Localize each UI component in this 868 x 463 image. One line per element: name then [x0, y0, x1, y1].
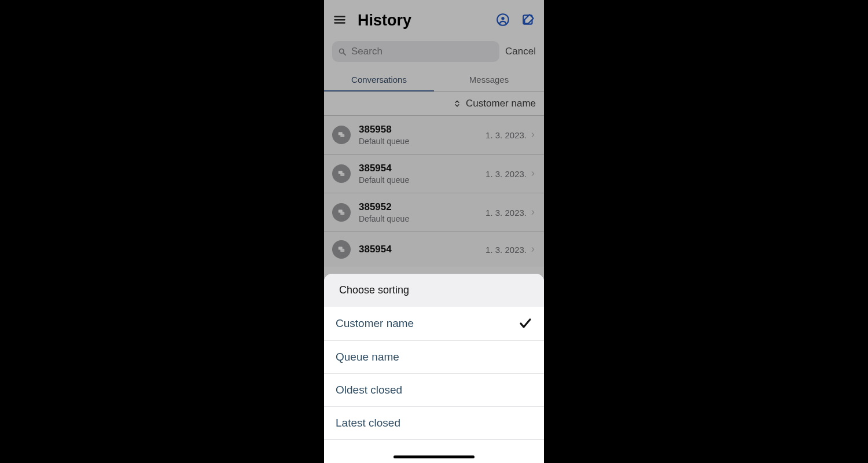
sort-option-latest-closed[interactable]: Latest closed: [324, 406, 544, 440]
sort-option-queue-name[interactable]: Queue name: [324, 340, 544, 373]
check-icon: [518, 317, 532, 330]
phone-screen: History Search Cancel Conv: [324, 0, 544, 463]
conversation-row[interactable]: 385954 1. 3. 2023.: [324, 232, 544, 267]
conversation-avatar: [332, 240, 351, 259]
conversation-row[interactable]: 385952 Default queue 1. 3. 2023.: [324, 193, 544, 232]
tabs: Conversations Messages: [324, 69, 544, 92]
search-row: Search Cancel: [324, 35, 544, 69]
conversation-avatar: [332, 203, 351, 222]
chat-bubbles-icon: [337, 208, 345, 216]
chevron-right-icon: [530, 208, 536, 216]
conversation-id: 385954: [359, 163, 477, 174]
conversation-date: 1. 3. 2023.: [486, 245, 527, 255]
conversation-queue: Default queue: [359, 175, 477, 185]
search-icon: [338, 47, 347, 56]
home-indicator[interactable]: [393, 455, 475, 458]
conversation-avatar: [332, 126, 351, 144]
sort-label: Customer name: [466, 98, 536, 109]
conversation-date: 1. 3. 2023.: [486, 130, 527, 140]
sort-arrows-icon: [453, 100, 461, 108]
sort-sheet: Choose sorting Customer name Queue name …: [324, 274, 544, 463]
svg-rect-2: [334, 22, 345, 23]
chat-bubbles-icon: [337, 245, 345, 253]
svg-rect-0: [334, 16, 345, 17]
sort-option-label: Latest closed: [336, 417, 400, 429]
svg-point-4: [501, 17, 504, 20]
contact-button[interactable]: [495, 12, 510, 30]
conversation-row[interactable]: 385958 Default queue 1. 3. 2023.: [324, 116, 544, 155]
search-placeholder: Search: [351, 46, 382, 57]
header: History: [324, 0, 544, 35]
conversation-id: 385954: [359, 244, 477, 255]
svg-rect-11: [340, 173, 344, 176]
headset-icon: [495, 12, 510, 27]
conversation-id: 385952: [359, 201, 477, 213]
svg-rect-13: [340, 212, 344, 215]
conversation-date: 1. 3. 2023.: [486, 169, 527, 179]
tab-conversations[interactable]: Conversations: [324, 69, 434, 91]
chevron-right-icon: [530, 245, 536, 253]
sort-option-label: Customer name: [336, 317, 414, 330]
svg-rect-9: [340, 134, 344, 137]
compose-icon: [521, 12, 536, 27]
chevron-right-icon: [530, 131, 536, 139]
conversation-id: 385958: [359, 124, 477, 135]
sort-option-oldest-closed[interactable]: Oldest closed: [324, 373, 544, 406]
sort-option-customer-name[interactable]: Customer name: [324, 307, 544, 340]
menu-button[interactable]: [332, 12, 347, 30]
conversation-list: 385958 Default queue 1. 3. 2023. 385954 …: [324, 116, 544, 267]
sheet-title: Choose sorting: [324, 274, 544, 307]
sort-option-label: Queue name: [336, 351, 399, 363]
compose-button[interactable]: [521, 12, 536, 30]
cancel-button[interactable]: Cancel: [505, 46, 536, 57]
sort-option-label: Oldest closed: [336, 384, 402, 396]
sort-trigger[interactable]: Customer name: [324, 92, 544, 116]
svg-rect-1: [334, 19, 345, 20]
conversation-avatar: [332, 164, 351, 183]
tab-messages[interactable]: Messages: [434, 69, 544, 91]
chat-bubbles-icon: [337, 170, 345, 178]
chat-bubbles-icon: [337, 131, 345, 139]
svg-rect-15: [340, 249, 344, 252]
hamburger-icon: [332, 12, 347, 27]
page-title: History: [358, 12, 411, 30]
conversation-queue: Default queue: [359, 214, 477, 223]
conversation-queue: Default queue: [359, 137, 477, 146]
search-input[interactable]: Search: [332, 41, 499, 62]
svg-line-7: [343, 53, 345, 55]
conversation-row[interactable]: 385954 Default queue 1. 3. 2023.: [324, 155, 544, 193]
conversation-date: 1. 3. 2023.: [486, 208, 527, 218]
chevron-right-icon: [530, 170, 536, 178]
